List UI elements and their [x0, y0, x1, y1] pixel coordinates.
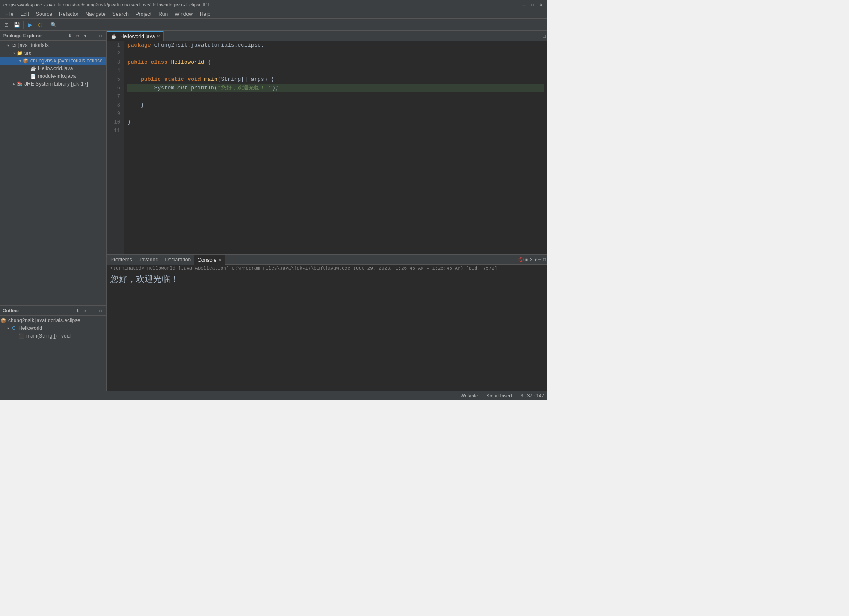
menu-search[interactable]: Search [109, 10, 132, 18]
menu-help[interactable]: Help [196, 10, 214, 18]
method-close: } [127, 102, 144, 108]
maximize-console-icon[interactable]: □ [543, 257, 546, 262]
minimize-editor-icon[interactable]: ─ [538, 33, 541, 38]
tab-close-button[interactable]: ✕ [157, 34, 160, 38]
content-area: Package Explorer ⬇ ⇔ ▾ ─ □ ▾ 🗂 [0, 31, 547, 391]
tab-console-label: Console [198, 257, 216, 263]
outline-maximize-icon[interactable]: □ [97, 307, 104, 314]
tab-problems[interactable]: Problems [107, 255, 136, 265]
menu-source[interactable]: Source [33, 10, 56, 18]
folder-icon: 📁 [16, 50, 23, 56]
minimize-button[interactable]: ─ [521, 2, 527, 8]
pkg-name: chung2nsik.javatutorials.eclipse; [154, 42, 264, 48]
remove-launch-icon[interactable]: ✕ [530, 257, 533, 262]
editor-tab-helloworld[interactable]: ☕ Helloworld.java ✕ [107, 31, 164, 41]
kw-class: class [151, 59, 171, 65]
toolbar-save-button[interactable]: 💾 [12, 20, 21, 30]
expand-arrow[interactable]: ▾ [6, 43, 10, 47]
toolbar: ⊡ 💾 ▶ ⬡ 🔍 [0, 19, 547, 31]
menu-file[interactable]: File [2, 10, 17, 18]
tree-item-java-tutorials[interactable]: ▾ 🗂 java_tutorials [0, 41, 106, 49]
class-close: } [127, 119, 131, 125]
tree-item-module-info[interactable]: 📄 module-info.java [0, 72, 106, 80]
clear-console-icon[interactable]: 🚫 [518, 257, 524, 262]
outline-label-class: Helloworld [18, 325, 42, 331]
tree-label-jre: JRE System Library [jdk-17] [24, 81, 88, 87]
maximize-editor-icon[interactable]: □ [543, 33, 546, 38]
tree-label-java-tutorials: java_tutorials [18, 42, 49, 48]
code-line-4 [127, 67, 544, 75]
link-editor-icon[interactable]: ⇔ [74, 32, 81, 39]
code-lines: package chung2nsik.javatutorials.eclipse… [124, 41, 547, 254]
outline-item-package[interactable]: 📦 chung2nsik.javatutorials.eclipse [0, 317, 106, 324]
tab-javadoc[interactable]: Javadoc [136, 255, 162, 265]
line-num-2: 2 [110, 50, 120, 58]
menu-run[interactable]: Run [155, 10, 171, 18]
expand-arrow-jre[interactable]: ▸ [12, 82, 16, 86]
editor-right: ☕ Helloworld.java ✕ ─ □ 1 [107, 31, 547, 391]
code-line-3: public class Helloworld { [127, 58, 544, 67]
left-panels: Package Explorer ⬇ ⇔ ▾ ─ □ ▾ 🗂 [0, 31, 107, 391]
console-menu-icon[interactable]: ▾ [535, 257, 537, 262]
minimize-panel-icon[interactable]: ─ [89, 32, 96, 39]
code-line-1: package chung2nsik.javatutorials.eclipse… [127, 41, 544, 50]
outline-tree[interactable]: 📦 chung2nsik.javatutorials.eclipse ▾ C H… [0, 316, 106, 391]
out-italic: out [177, 85, 187, 91]
menu-window[interactable]: Window [171, 10, 196, 18]
menu-project[interactable]: Project [132, 10, 155, 18]
toolbar-debug-button[interactable]: ⬡ [35, 20, 45, 30]
package-explorer-header: Package Explorer ⬇ ⇔ ▾ ─ □ [0, 31, 106, 41]
tree-item-jre[interactable]: ▸ 📚 JRE System Library [jdk-17] [0, 80, 106, 88]
console-output: 您好，欢迎光临！ [107, 272, 547, 391]
tree-area[interactable]: ▾ 🗂 java_tutorials ▾ 📁 src [0, 41, 106, 305]
code-editor[interactable]: 1 2 3 4 5 6 7 8 9 10 11 [107, 41, 547, 254]
line-num-10: 10 [110, 118, 120, 127]
tab-problems-label: Problems [110, 257, 132, 263]
menu-refactor[interactable]: Refactor [56, 10, 82, 18]
maximize-panel-icon[interactable]: □ [97, 32, 104, 39]
toolbar-new-button[interactable]: ⊡ [2, 20, 11, 30]
tab-declaration[interactable]: Declaration [161, 255, 194, 265]
code-line-7 [127, 92, 544, 101]
outline-panel: Outline ⬇ ↕ ─ □ 📦 chung2nsik.javatutoria… [0, 305, 106, 391]
outline-expand-class[interactable]: ▾ [6, 326, 10, 330]
outline-sort-icon[interactable]: ↕ [82, 307, 89, 314]
expand-arrow-pkg[interactable]: ▾ [18, 59, 22, 63]
expand-arrow-src[interactable]: ▾ [12, 51, 16, 55]
main-params: (String[] args) { [218, 76, 275, 83]
console-close-button[interactable]: ✕ [218, 258, 222, 262]
toolbar-run-button[interactable]: ▶ [25, 20, 35, 30]
line-num-7: 7 [110, 92, 120, 101]
collapse-all-icon[interactable]: ⬇ [66, 32, 73, 39]
editor-tabs: ☕ Helloworld.java ✕ ─ □ [107, 31, 547, 41]
class-name: Helloworld [171, 59, 207, 65]
toolbar-search-button[interactable]: 🔍 [49, 20, 58, 30]
close-button[interactable]: ✕ [538, 2, 544, 8]
tab-console[interactable]: Console ✕ [194, 255, 225, 265]
code-line-10: } [127, 118, 544, 127]
package-explorer-title: Package Explorer [3, 33, 42, 38]
bottom-tabs-list: Problems Javadoc Declaration Console ✕ [107, 255, 225, 265]
code-line-11 [127, 127, 544, 135]
outline-minimize-icon[interactable]: ─ [89, 307, 96, 314]
menu-edit[interactable]: Edit [17, 10, 33, 18]
maximize-button[interactable]: □ [530, 2, 535, 8]
kw-public2: public [141, 76, 164, 83]
view-menu-icon[interactable]: ▾ [82, 32, 89, 39]
code-line-5: public static void main(String[] args) { [127, 75, 544, 84]
outline-collapse-icon[interactable]: ⬇ [74, 307, 81, 314]
outline-package-icon: 📦 [0, 317, 7, 324]
tree-item-src[interactable]: ▾ 📁 src [0, 49, 106, 57]
editor-tabs-list: ☕ Helloworld.java ✕ [107, 31, 164, 41]
outline-class-icon: C [10, 325, 17, 332]
outline-item-method[interactable]: ⬛ main(String[]) : void [0, 332, 106, 340]
minimize-console-icon[interactable]: ─ [538, 257, 541, 262]
outline-icons: ⬇ ↕ ─ □ [74, 307, 104, 314]
menu-navigate[interactable]: Navigate [82, 10, 109, 18]
terminate-icon[interactable]: ■ [525, 257, 528, 262]
java-file-icon: ☕ [30, 65, 37, 72]
line-num-6: 6 [110, 84, 120, 92]
outline-item-class[interactable]: ▾ C Helloworld [0, 324, 106, 332]
tree-item-package[interactable]: ▾ 📦 chung2nsik.javatutorials.eclipse [0, 57, 106, 65]
tree-item-helloworld[interactable]: ☕ Helloworld.java [0, 65, 106, 72]
